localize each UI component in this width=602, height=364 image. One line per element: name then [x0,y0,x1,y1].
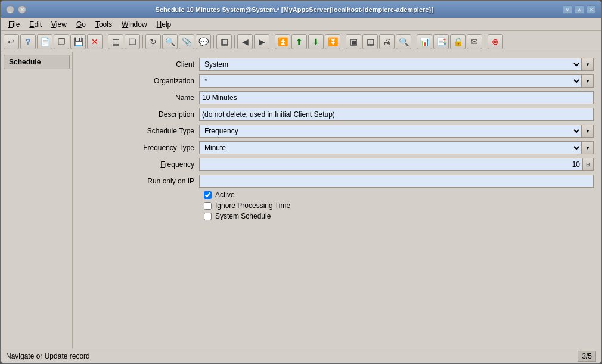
name-row: Name [80,91,594,105]
schedule-type-select-group: Frequency ▼ [199,125,594,138]
active-checkbox[interactable] [204,191,212,199]
ignore-processing-row: Ignore Processing Time [80,201,594,210]
frequency-row: Frequency ⊞ [80,157,594,172]
active-label[interactable]: Active [215,191,235,199]
minimize-button[interactable]: _ [6,5,14,14]
toolbar-last[interactable]: ⏬ [325,34,340,49]
frequency-field: ⊞ [199,158,594,171]
title-bar-left: _ ✕ [6,5,26,14]
close-btn-left[interactable]: ✕ [18,5,26,14]
schedule-type-select[interactable]: Frequency [199,125,582,138]
client-row: Client System ▼ [80,57,594,71]
frequency-spin[interactable]: ⊞ [583,158,594,171]
toolbar-mail[interactable]: ✉ [467,34,482,49]
sidebar-tab-schedule[interactable]: Schedule [4,55,70,69]
sep8 [485,35,485,48]
toolbar-next[interactable]: ⬇ [308,34,324,49]
freq-type-select-group: Minute ▼ [199,141,594,154]
sep2 [142,35,143,48]
toolbar: ↩ ? 📄 ❐ 💾 ✕ ▤ ❑ ↻ 🔍 📎 💬 ▦ ◀ ▶ ⏫ ⬆ ⬇ ⏬ ▣ … [1,31,601,52]
schedule-type-row: Schedule Type Frequency ▼ [80,124,594,138]
toolbar-workflow[interactable]: 📑 [433,34,449,49]
window-title: Schedule 10 Minutes System@System.* [MyA… [156,6,434,13]
toolbar-find[interactable]: ▤ [108,34,123,49]
toolbar-lookup[interactable]: 🔍 [396,34,411,49]
toolbar-copy[interactable]: ❐ [54,34,69,49]
name-label: Name [80,94,199,102]
toolbar-end[interactable]: ⊗ [488,34,503,49]
toolbar-multi[interactable]: ❑ [125,34,140,49]
toolbar-rec[interactable]: ▣ [346,34,361,49]
title-ctrl-1[interactable]: ∨ [563,5,572,14]
record-info: 3/5 [578,351,596,362]
run-only-ip-row: Run only on IP [80,174,594,188]
schedule-type-dropdown-btn[interactable]: ▼ [582,125,594,138]
frequency-type-row: Frequency Type Minute ▼ [80,141,594,155]
sep1 [105,35,105,48]
client-dropdown-btn[interactable]: ▼ [582,58,594,71]
system-schedule-row: System Schedule [80,212,594,220]
ignore-processing-checkbox[interactable] [204,202,212,210]
toolbar-nav-fwd[interactable]: ▶ [254,34,269,49]
toolbar-new[interactable]: 📄 [37,34,52,49]
sep5 [272,35,272,48]
client-field: System ▼ [199,58,594,71]
toolbar-first[interactable]: ⏫ [275,34,290,49]
frequency-type-field: Minute ▼ [199,141,594,154]
org-dropdown-btn[interactable]: ▼ [582,74,594,88]
toolbar-grid[interactable]: ▦ [216,34,232,49]
toolbar-refresh[interactable]: ↻ [145,34,161,49]
name-input[interactable] [199,91,594,104]
toolbar-lock[interactable]: 🔒 [450,34,466,49]
sep3 [213,35,214,48]
menu-window[interactable]: Window [117,19,152,30]
title-bar: _ ✕ Schedule 10 Minutes System@System.* … [1,1,601,18]
schedule-type-field: Frequency ▼ [199,125,594,138]
title-ctrl-2[interactable]: ∧ [575,5,584,14]
toolbar-save[interactable]: 💾 [70,34,86,49]
main-area: Schedule Client System ▼ Organization [1,52,601,349]
sep6 [343,35,343,48]
system-schedule-label[interactable]: System Schedule [215,212,271,220]
description-row: Description [80,107,594,122]
client-label: Client [80,60,199,69]
menu-edit[interactable]: Edit [24,19,46,30]
menu-tools[interactable]: Tools [91,19,117,30]
name-field [199,91,594,104]
status-bar: Navigate or Update record 3/5 [1,349,601,363]
active-row: Active [80,191,594,199]
toolbar-prev[interactable]: ⬆ [291,34,307,49]
toolbar-zoom[interactable]: 🔍 [162,34,178,49]
frequency-input[interactable] [199,158,583,171]
ignore-processing-label[interactable]: Ignore Processing Time [215,201,290,210]
org-select-group: * ▼ [199,74,594,88]
organization-select[interactable]: * [199,74,582,88]
toolbar-delete[interactable]: ✕ [87,34,103,49]
description-input[interactable] [199,108,594,121]
menu-bar: File Edit View Go Tools Window Help [1,18,601,31]
run-only-ip-input[interactable] [199,175,594,188]
menu-go[interactable]: Go [72,19,91,30]
organization-field: * ▼ [199,74,594,88]
system-schedule-checkbox[interactable] [204,213,212,220]
title-bar-right: ∨ ∧ ✕ [563,5,596,14]
title-ctrl-close[interactable]: ✕ [587,5,596,14]
toolbar-print[interactable]: 🖨 [379,34,395,49]
menu-file[interactable]: File [4,19,24,30]
toolbar-back[interactable]: ↩ [4,34,19,49]
menu-view[interactable]: View [46,19,72,30]
menu-help[interactable]: Help [152,19,176,30]
client-select-group: System ▼ [199,58,594,71]
client-select[interactable]: System [199,58,582,71]
toolbar-chat[interactable]: 💬 [196,34,211,49]
status-message: Navigate or Update record [6,352,90,360]
toolbar-attach[interactable]: 📎 [179,34,194,49]
toolbar-help[interactable]: ? [20,34,36,49]
sep4 [234,35,235,48]
toolbar-nav-back[interactable]: ◀ [237,34,253,49]
freq-type-dropdown-btn[interactable]: ▼ [582,141,594,154]
toolbar-report[interactable]: 📊 [417,34,432,49]
frequency-type-select[interactable]: Minute [199,141,582,154]
toolbar-list[interactable]: ▤ [362,34,378,49]
description-label: Description [80,110,199,119]
